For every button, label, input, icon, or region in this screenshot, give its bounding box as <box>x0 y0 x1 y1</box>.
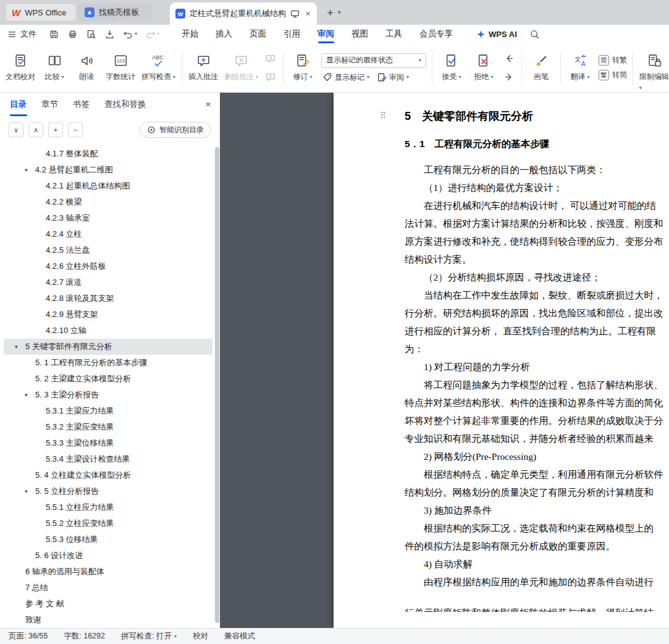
proofread-button[interactable]: 校对 <box>193 631 208 642</box>
new-tab-button[interactable]: + <box>327 7 334 19</box>
toc-item[interactable]: ▾ 致谢 <box>4 612 212 628</box>
prev-comment-button[interactable] <box>263 51 279 66</box>
document-page[interactable]: ⠿ 5 关键零部件有限元分析 5．1 工程有限元分析的基本步骤 工程有限元分析的… <box>334 93 669 628</box>
menu-item[interactable]: 引用 <box>275 25 309 43</box>
toc-item[interactable]: ▾ 4.2.8 滚轮及其支架 <box>4 290 212 307</box>
panel-close-icon[interactable]: ✕ <box>205 100 211 109</box>
toc-item[interactable]: ▾ 5. 2 主梁建立实体模型分析 <box>4 371 212 387</box>
menu-item[interactable]: 视图 <box>343 25 377 43</box>
toc-item[interactable]: ▾ 参 考 文 献 <box>4 596 212 612</box>
menu-item[interactable]: 工具 <box>377 25 411 43</box>
zoom-out-button[interactable]: − <box>68 122 83 137</box>
toc-item[interactable]: ▾ 4.2.9 悬臂支架 <box>4 307 212 323</box>
tab-document[interactable]: W 定柱式悬臂起重机机械结构设 ✕ <box>170 2 317 25</box>
word-count-button[interactable]: 123 字数统计 <box>103 45 138 91</box>
toc-item[interactable]: ▾ 6 轴承的选用与装配体 <box>4 564 212 580</box>
next-change-button[interactable] <box>501 70 517 85</box>
toc-item[interactable]: ▾ 4.2 悬臂起重机二维图 <box>4 162 212 178</box>
toc-item[interactable]: ▾ 4.2.7 滚道 <box>4 274 212 290</box>
chevron-down-icon[interactable]: ▾ <box>135 32 137 36</box>
menu-item[interactable]: 开始 <box>173 25 207 43</box>
scrollbar-thumb[interactable] <box>215 147 219 623</box>
toc-item[interactable]: ▾ 4.1.7 整体装配 <box>4 146 212 162</box>
collapse-all-button[interactable]: ∨ <box>9 122 23 137</box>
reject-button[interactable]: 拒绝▾ <box>468 45 500 91</box>
collapse-arrow-icon[interactable]: ▾ <box>25 392 35 398</box>
undo-button[interactable]: ▾ <box>123 29 137 40</box>
menu-item[interactable]: 审阅 <box>309 25 343 43</box>
menu-item[interactable]: 会员专享 <box>411 25 461 43</box>
print-preview-button[interactable] <box>86 29 96 40</box>
read-aloud-button[interactable]: 朗读 <box>70 45 103 91</box>
collapse-arrow-icon[interactable]: ▾ <box>25 488 35 494</box>
panel-tab[interactable]: 查找和替换 <box>104 93 146 116</box>
compare-button[interactable]: 比较▾ <box>38 45 70 91</box>
collapse-ribbon-icon[interactable]: ▾ <box>639 85 642 91</box>
expand-all-button[interactable]: ∧ <box>28 122 43 137</box>
toc-item[interactable]: ▾ 5. 1 工程有限元分析的基本步骤 <box>4 355 212 371</box>
toc-item[interactable]: ▾ 4.2.4 立柱 <box>4 226 212 242</box>
tab-template-app[interactable]: 找稿壳模板 <box>78 3 153 22</box>
search-button[interactable] <box>529 29 540 40</box>
panel-tab[interactable]: 章节 <box>41 93 58 116</box>
chevron-down-icon[interactable]: ▾ <box>157 32 159 36</box>
zoom-in-button[interactable]: + <box>48 122 63 137</box>
drag-handle-icon[interactable]: ⠿ <box>380 111 386 121</box>
file-menu-button[interactable]: 文件 <box>7 28 36 40</box>
show-markup-button[interactable]: 显示标记 ▾ <box>322 72 369 83</box>
close-icon[interactable]: ✕ <box>305 10 311 18</box>
delete-comment-button[interactable]: 删除批注▾ <box>221 45 261 91</box>
wps-ai-button[interactable]: WPS AI <box>476 30 517 39</box>
smart-toc-button[interactable]: 智能识别目录 <box>140 122 211 138</box>
panel-tab[interactable]: 目录 <box>10 93 27 116</box>
export-button[interactable] <box>104 29 115 40</box>
spell-check-button[interactable]: ABC 拼写检查▾ <box>138 45 179 91</box>
track-changes-button[interactable]: 修订▾ <box>287 45 319 91</box>
toc-item[interactable]: ▾ 5.3.1 主梁应力结果 <box>4 403 212 419</box>
tab-wps-office[interactable]: W WPS Office <box>5 3 77 22</box>
toc-item[interactable]: ▾ 5.5.1 立柱应力结果 <box>4 499 212 515</box>
insert-comment-button[interactable]: 插入批注 <box>185 45 221 91</box>
translate-button[interactable]: 文A 翻译▾ <box>564 45 596 91</box>
collapse-arrow-icon[interactable]: ▾ <box>25 167 35 173</box>
sidebar-scrollbar[interactable] <box>215 147 219 623</box>
redo-button[interactable]: ▾ <box>145 29 159 40</box>
spellcheck-status[interactable]: 拼写检查: 打开 ▾ <box>121 631 177 642</box>
toc-item[interactable]: ▾ 5.3.4 主梁设计检查结果 <box>4 451 212 467</box>
restrict-edit-button[interactable]: 限制编辑 <box>636 45 669 91</box>
toc-item[interactable]: ▾ 5 关键零部件有限元分析 <box>4 339 212 355</box>
prev-change-button[interactable] <box>501 51 517 66</box>
word-count-status[interactable]: 字数: 16292 <box>64 631 105 642</box>
document-line: 3) 施加边界条件 <box>405 501 669 519</box>
toc-item[interactable]: ▾ 5. 5 立柱分析报告 <box>4 483 212 499</box>
toc-item[interactable]: ▾ 7 总结 <box>4 580 212 596</box>
doc-proofread-button[interactable]: 文档校对 <box>2 45 38 91</box>
review-mode-button[interactable]: 审阅 ▾ <box>377 72 409 83</box>
toc-item[interactable]: ▾ 5. 4 立柱建立实体模型分析 <box>4 467 212 483</box>
toc-item[interactable]: ▾ 4.2.2 横梁 <box>4 194 212 210</box>
to-simplified-button[interactable]: 繁 转简 <box>599 70 627 80</box>
to-traditional-button[interactable]: 简 转繁 <box>599 55 627 66</box>
panel-tab[interactable]: 书签 <box>73 93 90 116</box>
toc-item[interactable]: ▾ 4.2.1 起重机总体结构图 <box>4 178 212 194</box>
menu-item[interactable]: 插入 <box>207 25 241 43</box>
toc-item[interactable]: ▾ 4.2.3 轴承室 <box>4 210 212 226</box>
toc-item[interactable]: ▾ 4.2.10 立轴 <box>4 323 212 339</box>
next-comment-button[interactable] <box>263 70 279 85</box>
toc-item[interactable]: ▾ 5. 6 设计改进 <box>4 548 212 564</box>
toc-item[interactable]: ▾ 5. 3 主梁分析报告 <box>4 387 212 403</box>
markup-state-select[interactable]: 显示标记的最终状态 ▾ <box>321 53 426 68</box>
menu-item[interactable]: 页面 <box>241 25 275 43</box>
toc-item[interactable]: ▾ 5.5.2 立柱应变结果 <box>4 515 212 532</box>
toc-item[interactable]: ▾ 4.2.6 立柱外筋板 <box>4 258 212 274</box>
toc-item[interactable]: ▾ 5.3.2 主梁应变结果 <box>4 419 212 435</box>
toc-item[interactable]: ▾ 4.2.5 法兰盘 <box>4 242 212 258</box>
tab-list-chevron-icon[interactable]: ▾ <box>338 9 341 15</box>
toc-item[interactable]: ▾ 5.5.3 位移结果 <box>4 532 212 548</box>
print-button[interactable] <box>67 29 78 40</box>
accept-button[interactable]: 接受▾ <box>435 45 468 91</box>
brush-button[interactable]: 画笔 <box>525 45 557 91</box>
save-button[interactable] <box>49 29 59 40</box>
toc-item[interactable]: ▾ 5.3.3 主梁位移结果 <box>4 435 212 451</box>
collapse-arrow-icon[interactable]: ▾ <box>15 344 25 350</box>
